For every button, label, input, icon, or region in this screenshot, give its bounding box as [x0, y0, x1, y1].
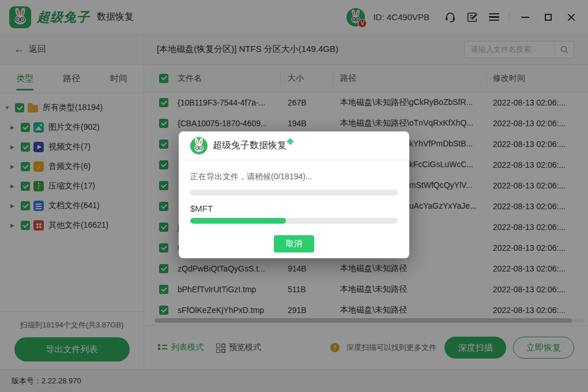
current-file-label: $MFT — [190, 203, 398, 213]
app-window: 超级兔子 数据恢复 V ID: 4C490VPB — [0, 0, 588, 392]
file-progress-bar — [190, 218, 398, 224]
export-progress-dialog: 超级兔子数据恢复 正在导出文件，请稍候(0/18194)... $MFT 取消 — [179, 131, 409, 258]
rabbit-logo-icon — [190, 137, 208, 154]
file-progress-fill — [190, 218, 286, 224]
export-status-text: 正在导出文件，请稍候(0/18194)... — [190, 172, 398, 182]
sparkle-diamond-icon — [287, 138, 294, 145]
dialog-body: 正在导出文件，请稍候(0/18194)... $MFT 取消 — [179, 160, 409, 252]
overall-progress-bar — [190, 190, 398, 195]
dialog-header: 超级兔子数据恢复 — [179, 131, 409, 160]
cancel-button[interactable]: 取消 — [274, 235, 314, 252]
dialog-title: 超级兔子数据恢复 — [213, 140, 287, 152]
